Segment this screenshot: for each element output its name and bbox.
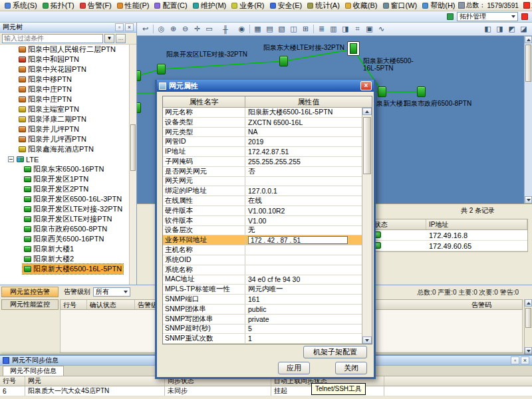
stat-total[interactable]: 总数：1579/3591 (458, 1, 519, 10)
topology-node-clipped[interactable] (137, 70, 141, 81)
tree-group-lte[interactable]: LTE (0, 154, 136, 164)
property-row[interactable]: 设备层次无 (163, 226, 362, 236)
column-status[interactable]: 状态 (372, 219, 426, 229)
tree-item[interactable]: 阳泉西关6500-16PTN (0, 234, 136, 244)
tree-item[interactable]: 阳泉中国人民银行二层PTN (0, 45, 136, 55)
tree-item[interactable]: 阳泉开发区6500-16L-3PTN (0, 194, 136, 204)
tab-sync-info[interactable]: 网元不同步信息 (3, 366, 64, 376)
layout-4-icon[interactable]: ◪ (518, 24, 529, 35)
topology-node[interactable] (378, 86, 386, 97)
layout-3-icon[interactable]: ◩ (506, 24, 517, 35)
alert-indicator-icon[interactable] (521, 13, 528, 20)
stat-critical[interactable]: 145/1578 (523, 2, 532, 9)
map-vertical-scrollbar[interactable] (524, 36, 532, 203)
pin-icon[interactable]: ▫ (511, 356, 519, 364)
scroll-up-icon[interactable] (525, 36, 532, 43)
menu-topology[interactable]: 拓扑(T) (40, 0, 77, 11)
topology-node[interactable] (279, 56, 288, 66)
sync-table-row[interactable]: 6 阳泉质大一汽大众4S店PTN 未同步 挂起 (0, 386, 532, 396)
column-row-number[interactable]: 行号 (61, 300, 87, 309)
tree-item[interactable]: 阳泉开发区LTE对接PTN (0, 214, 136, 224)
filter-more-button[interactable]: … (116, 34, 126, 43)
zoom-select-icon[interactable]: ◎ (156, 24, 167, 35)
menu-alarm[interactable]: 告警(F) (77, 0, 114, 11)
menu-favorites[interactable]: 收藏(B) (342, 0, 380, 11)
column-row-number[interactable]: 行号 (0, 376, 25, 386)
severity-filter-combo[interactable]: 所有 (93, 287, 130, 297)
layout-icon[interactable]: ▧ (276, 24, 287, 35)
panel-view-icon[interactable]: ◨ (340, 24, 351, 35)
tree-item[interactable]: 阳泉中和园PTN (0, 55, 136, 65)
property-row[interactable]: 是否网关网元否 (163, 167, 362, 177)
topology-node[interactable] (417, 86, 426, 97)
tree-item[interactable]: 阳泉井儿坪PTN (0, 124, 136, 134)
tree-item[interactable]: 阳泉开发区LTE对接-32PTN (0, 204, 136, 214)
property-row[interactable]: IP地址172.42.87.51 (163, 147, 362, 157)
property-row[interactable]: 网元名称阳泉新大楼6500-16L-5PTN (163, 108, 362, 118)
property-row[interactable]: 网管ID2019 (163, 137, 362, 147)
tree-item[interactable]: 阳泉东宋6500-16PTN (0, 164, 136, 174)
menu-security[interactable]: 安全(E) (267, 0, 305, 11)
tree-item[interactable]: 阳泉新大楼2 (0, 254, 136, 264)
menu-system[interactable]: 系统(S) (2, 0, 40, 11)
close-button[interactable]: 关闭 (335, 362, 367, 374)
property-row[interactable]: 系统名称 (163, 265, 362, 275)
tree-item[interactable]: 阳泉井儿坪西PTN (0, 134, 136, 144)
filter-dropdown-icon[interactable]: ▼ (104, 34, 114, 43)
table-row[interactable]: 172.49.60.65 (372, 241, 527, 251)
property-row[interactable]: 硬件版本V1.00.10R2 (163, 206, 362, 216)
property-row[interactable]: 网关网元 (163, 177, 362, 187)
property-row[interactable]: SNMP超时(秒)5 (163, 325, 362, 334)
split-view-icon[interactable]: ◫ (288, 24, 299, 35)
property-row[interactable]: MPLS-TP标签唯一性网元内唯一 (163, 285, 362, 295)
tree-item[interactable]: 阳泉中庄PTN (0, 94, 136, 104)
grid-snap-icon[interactable]: ⌗ (352, 24, 363, 35)
dialog-titlebar[interactable]: 网元属性 × (157, 80, 374, 92)
column-ack-state[interactable]: 确认状态 (87, 300, 135, 309)
loopback-address-input[interactable] (248, 236, 348, 244)
tree-item[interactable]: 阳泉中兴花园PTN (0, 65, 136, 74)
property-row[interactable]: SNMP端口161 (163, 295, 362, 305)
close-icon[interactable]: × (360, 81, 372, 90)
tree-item[interactable]: 阳泉泽康二期PTN (0, 114, 136, 124)
scroll-down-icon[interactable] (525, 347, 532, 354)
link-style-icon[interactable]: ╫ (215, 24, 235, 35)
pin-icon[interactable]: ▫ (115, 23, 124, 31)
zoom-out-icon[interactable]: ⊖ (180, 24, 191, 35)
scroll-up-icon[interactable] (362, 108, 372, 115)
legend-icon[interactable]: ▣ (364, 24, 375, 35)
new-view-icon[interactable]: ⊞ (300, 24, 311, 35)
topology-node-selected[interactable] (347, 41, 360, 56)
tree-item[interactable]: 阳泉中庄PTN (0, 84, 136, 94)
tree-item[interactable]: 阳泉开发区1PTN (0, 174, 136, 184)
property-row[interactable]: 系统OID (163, 255, 362, 265)
property-row[interactable]: SNMP团体串public (163, 305, 362, 315)
property-row[interactable]: SNMP写团体串private (163, 315, 362, 325)
rack-config-button[interactable]: 机架子架配置 (303, 346, 367, 358)
locate-icon[interactable]: ◉ (236, 24, 247, 35)
overview-icon[interactable]: ▦ (252, 24, 263, 35)
property-row[interactable]: 绑定的IP地址127.0.0.1 (163, 186, 362, 196)
column-alarm-code[interactable]: 告警码 (469, 300, 522, 309)
tree-item[interactable]: 阳泉主端室PTN (0, 104, 136, 114)
close-icon[interactable]: × (521, 356, 529, 364)
dialog-scrollbar[interactable] (362, 108, 372, 344)
property-row[interactable]: 主机名称 (163, 245, 362, 255)
layout-2-icon[interactable]: ◨ (494, 24, 505, 35)
property-row-loopback[interactable]: 业务环回地址 (163, 235, 362, 245)
menu-service[interactable]: 业务(R) (229, 0, 267, 11)
back-icon[interactable]: ↩ (140, 24, 151, 35)
property-row[interactable]: 设备类型ZXCTN 6500-16L (163, 118, 362, 128)
tree-item[interactable]: 阳泉市政府6500-8PTN (0, 224, 136, 234)
tree-item[interactable]: 阳泉鑫海苑酒店PTN (0, 144, 136, 154)
zoom-in-icon[interactable]: ⊕ (168, 24, 179, 35)
menu-maintain[interactable]: 维护(M) (190, 0, 229, 11)
menu-performance[interactable]: 性能(P) (114, 0, 152, 11)
property-row[interactable]: SNMP重试次数1 (163, 334, 362, 344)
scroll-down-icon[interactable] (362, 336, 372, 344)
property-row[interactable]: 软件版本V1.00 (163, 216, 362, 226)
menu-statistics[interactable]: 统计(A) (305, 0, 342, 11)
curve-tool-icon[interactable]: ∿ (376, 24, 387, 35)
menu-help[interactable]: 帮助(H) (420, 0, 458, 11)
column-ne[interactable]: 网元 (25, 376, 165, 386)
